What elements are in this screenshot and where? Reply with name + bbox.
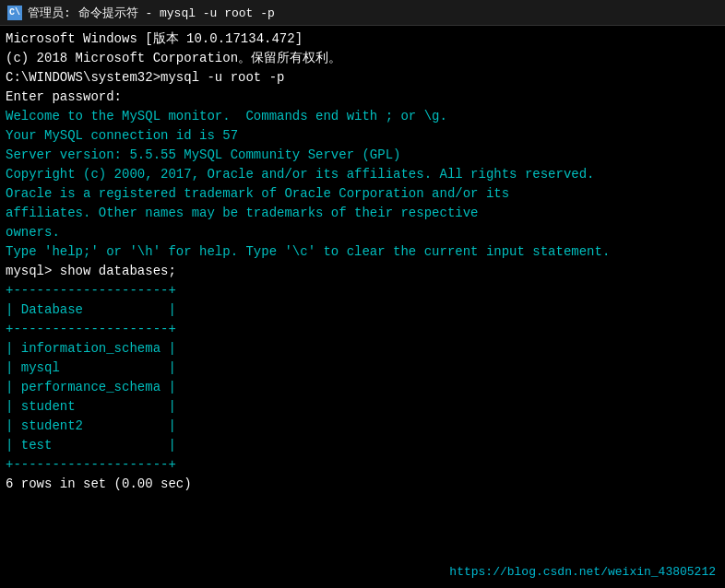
terminal-line: affiliates. Other names may be trademark…	[6, 204, 719, 223]
terminal-line: Server version: 5.5.55 MySQL Community S…	[6, 146, 719, 165]
title-bar-text: 管理员: 命令提示符 - mysql -u root -p	[28, 5, 275, 21]
terminal-line: | Database |	[6, 300, 719, 320]
title-bar: C\ 管理员: 命令提示符 - mysql -u root -p	[0, 0, 725, 26]
terminal-line: +--------------------+	[6, 281, 719, 300]
terminal-line: | student2 |	[6, 417, 719, 436]
terminal-line: C:\WINDOWS\system32>mysql -u root -p	[6, 68, 719, 88]
terminal-line: 6 rows in set (0.00 sec)	[6, 475, 719, 494]
terminal-body: Microsoft Windows [版本 10.0.17134.472](c)…	[0, 26, 725, 588]
terminal-line: Your MySQL connection id is 57	[6, 126, 719, 146]
terminal-line: | performance_schema |	[6, 378, 719, 397]
terminal-line: Type 'help;' or '\h' for help. Type '\c'…	[6, 242, 719, 262]
terminal-line: (c) 2018 Microsoft Corporation。保留所有权利。	[6, 49, 719, 68]
terminal-line: | information_schema |	[6, 339, 719, 359]
terminal-line: owners.	[6, 223, 719, 242]
terminal-line: +--------------------+	[6, 455, 719, 475]
terminal-line: | mysql |	[6, 359, 719, 378]
terminal-line: Oracle is a registered trademark of Orac…	[6, 184, 719, 204]
terminal-line: Microsoft Windows [版本 10.0.17134.472]	[6, 29, 719, 49]
terminal-line: | test |	[6, 436, 719, 455]
terminal-line: Enter password:	[6, 88, 719, 107]
terminal-line: +--------------------+	[6, 320, 719, 339]
terminal-line: | student |	[6, 397, 719, 417]
watermark: https://blog.csdn.net/weixin_43805212	[449, 565, 716, 579]
terminal-line: mysql> show databases;	[6, 262, 719, 281]
title-bar-icon: C\	[7, 6, 22, 20]
terminal-line: Welcome to the MySQL monitor. Commands e…	[6, 107, 719, 126]
terminal-line: Copyright (c) 2000, 2017, Oracle and/or …	[6, 165, 719, 184]
